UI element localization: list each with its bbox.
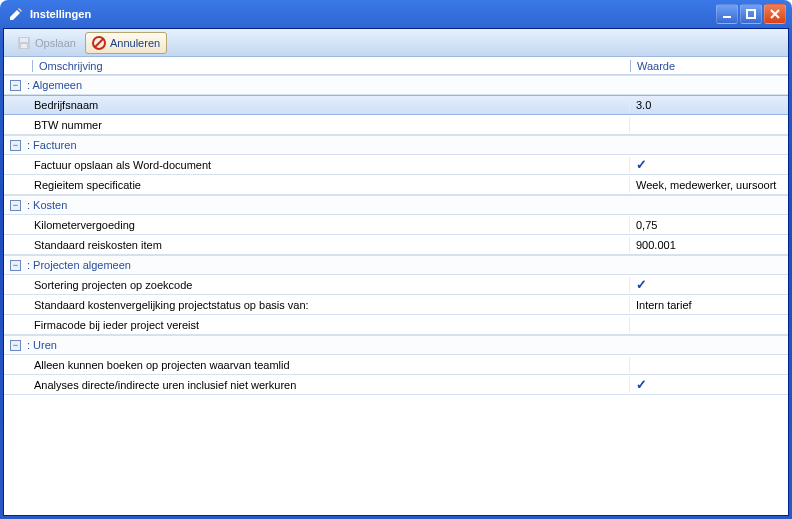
setting-value[interactable] [630, 123, 788, 127]
setting-label: Factuur opslaan als Word-document [4, 157, 630, 173]
group-label: : Facturen [27, 139, 77, 151]
collapse-icon[interactable]: − [10, 200, 21, 211]
group-header-kosten[interactable]: −: Kosten [4, 195, 788, 215]
group-label: : Algemeen [27, 79, 82, 91]
settings-grid[interactable]: −: AlgemeenBedrijfsnaam3.0BTW nummer−: F… [4, 75, 788, 515]
setting-value[interactable]: 0,75 [630, 217, 788, 233]
column-header-description[interactable]: Omschrijving [32, 60, 630, 72]
save-icon [17, 36, 31, 50]
svg-rect-1 [747, 10, 755, 18]
group-label: : Uren [27, 339, 57, 351]
setting-row[interactable]: BTW nummer [4, 115, 788, 135]
setting-value[interactable] [630, 323, 788, 327]
save-button: Opslaan [10, 32, 83, 54]
titlebar[interactable]: Instellingen [0, 0, 792, 28]
setting-row[interactable]: Standaard reiskosten item900.001 [4, 235, 788, 255]
close-button[interactable] [764, 4, 786, 24]
setting-row[interactable]: Factuur opslaan als Word-document✓ [4, 155, 788, 175]
setting-label: Analyses directe/indirecte uren inclusie… [4, 377, 630, 393]
setting-value[interactable]: ✓ [630, 155, 788, 174]
check-icon: ✓ [636, 377, 647, 392]
setting-label: Kilometervergoeding [4, 217, 630, 233]
setting-row[interactable]: Standaard kostenvergelijking projectstat… [4, 295, 788, 315]
maximize-button[interactable] [740, 4, 762, 24]
toolbar: Opslaan Annuleren [4, 29, 788, 57]
collapse-icon[interactable]: − [10, 340, 21, 351]
setting-row[interactable]: Analyses directe/indirecte uren inclusie… [4, 375, 788, 395]
column-headers: Omschrijving Waarde [4, 57, 788, 75]
pencil-icon [8, 6, 24, 22]
setting-value[interactable]: 3.0 [630, 97, 788, 113]
setting-label: Standaard kostenvergelijking projectstat… [4, 297, 630, 313]
collapse-icon[interactable]: − [10, 140, 21, 151]
svg-rect-3 [20, 38, 28, 42]
setting-row[interactable]: Firmacode bij ieder project vereist [4, 315, 788, 335]
group-header-projecten-algemeen[interactable]: −: Projecten algemeen [4, 255, 788, 275]
setting-value[interactable]: Intern tarief [630, 297, 788, 313]
setting-label: Sortering projecten op zoekcode [4, 277, 630, 293]
setting-label: Bedrijfsnaam [4, 97, 630, 113]
setting-value[interactable]: Week, medewerker, uursoort [630, 177, 788, 193]
svg-rect-4 [21, 44, 27, 48]
setting-row[interactable]: Regieitem specificatieWeek, medewerker, … [4, 175, 788, 195]
cancel-label: Annuleren [110, 37, 160, 49]
group-label: : Kosten [27, 199, 67, 211]
minimize-button[interactable] [716, 4, 738, 24]
setting-row[interactable]: Alleen kunnen boeken op projecten waarva… [4, 355, 788, 375]
setting-value[interactable]: 900.001 [630, 237, 788, 253]
setting-row[interactable]: Sortering projecten op zoekcode✓ [4, 275, 788, 295]
window-title: Instellingen [30, 8, 716, 20]
group-header-facturen[interactable]: −: Facturen [4, 135, 788, 155]
setting-row[interactable]: Kilometervergoeding0,75 [4, 215, 788, 235]
column-header-value[interactable]: Waarde [630, 60, 788, 72]
cancel-icon [92, 36, 106, 50]
group-label: : Projecten algemeen [27, 259, 131, 271]
check-icon: ✓ [636, 277, 647, 292]
setting-value[interactable] [630, 363, 788, 367]
client-area: Opslaan Annuleren Omschrijving Waarde −:… [3, 28, 789, 516]
window-controls [716, 4, 786, 24]
setting-label: Firmacode bij ieder project vereist [4, 317, 630, 333]
setting-label: Alleen kunnen boeken op projecten waarva… [4, 357, 630, 373]
cancel-button[interactable]: Annuleren [85, 32, 167, 54]
group-header-uren[interactable]: −: Uren [4, 335, 788, 355]
group-header-algemeen[interactable]: −: Algemeen [4, 75, 788, 95]
save-label: Opslaan [35, 37, 76, 49]
setting-label: BTW nummer [4, 117, 630, 133]
collapse-icon[interactable]: − [10, 80, 21, 91]
collapse-icon[interactable]: − [10, 260, 21, 271]
check-icon: ✓ [636, 157, 647, 172]
setting-row[interactable]: Bedrijfsnaam3.0 [4, 95, 788, 115]
svg-rect-0 [723, 16, 731, 18]
setting-label: Standaard reiskosten item [4, 237, 630, 253]
setting-value[interactable]: ✓ [630, 375, 788, 394]
app-window: Instellingen Opslaan Annuleren Omschrijv [0, 0, 792, 519]
setting-label: Regieitem specificatie [4, 177, 630, 193]
svg-line-6 [95, 39, 103, 47]
setting-value[interactable]: ✓ [630, 275, 788, 294]
